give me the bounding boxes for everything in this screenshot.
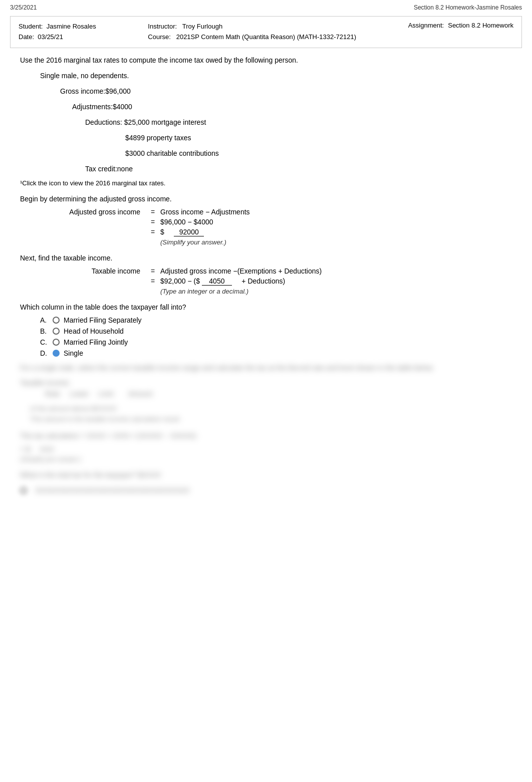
- gross-income-label: Gross income:: [60, 87, 105, 95]
- course-info: Instructor: Troy Furlough Course: 2021SP…: [148, 22, 356, 43]
- option-b[interactable]: B. Head of Household: [40, 327, 522, 335]
- tax-credit-label: Tax credit:: [85, 165, 117, 173]
- ti-eq1-equals: =: [145, 267, 160, 275]
- deduction3: $3000 charitable contributions: [125, 149, 219, 157]
- deduction2-line: $4899 property taxes: [125, 133, 522, 143]
- course-label: Course:: [148, 33, 171, 41]
- ti-eq2-equals: =: [145, 277, 160, 285]
- student-name: Jasmine Rosales: [47, 23, 96, 30]
- eq3-content: $ 92000: [160, 228, 204, 236]
- adjustments-label: Adjustments:: [72, 103, 113, 111]
- option-c[interactable]: C. Married Filing Jointly: [40, 338, 522, 346]
- agi-answer-input[interactable]: 92000: [174, 228, 204, 236]
- radio-d[interactable]: [53, 350, 60, 357]
- radio-b[interactable]: [53, 328, 60, 335]
- radio-c[interactable]: [53, 339, 60, 346]
- option-c-text: Married Filing Jointly: [64, 338, 128, 346]
- ti-eq2-content: $92,000 − ($ 4050 + Deductions): [160, 277, 285, 286]
- eq3-dollar: $: [160, 228, 164, 236]
- info-box: Student: Jasmine Rosales Date: 03/25/21 …: [10, 16, 522, 48]
- radio-a[interactable]: [53, 317, 60, 324]
- option-d[interactable]: D. Single: [40, 349, 522, 357]
- footnote: ¹Click the icon to view the 2016 margina…: [20, 179, 522, 187]
- eq1-content: Gross income − Adjustments: [160, 208, 250, 216]
- eq1-row: Adjusted gross income = Gross income − A…: [50, 208, 522, 216]
- step1-equations: Adjusted gross income = Gross income − A…: [50, 208, 522, 246]
- eq2-row: = $96,000 − $4000: [50, 218, 522, 226]
- adjustments-value: $4000: [113, 103, 132, 111]
- eq2-equals: =: [145, 218, 160, 226]
- blurred-section-1: For a single male, select the correct ta…: [20, 362, 522, 465]
- step2-title: Next, find the taxable income.: [20, 254, 522, 262]
- deduction1: $25,000 mortgage interest: [124, 118, 206, 126]
- option-d-letter: D.: [40, 349, 53, 357]
- agi-label: Adjusted gross income: [50, 208, 140, 216]
- student-label: Student:: [19, 23, 43, 30]
- deductions-line: Deductions: $25,000 mortgage interest: [85, 117, 522, 128]
- step3-question: Which column in the table does the taxpa…: [20, 303, 522, 311]
- option-a[interactable]: A. Married Filing Separately: [40, 316, 522, 324]
- main-content: Use the 2016 marginal tax rates to compu…: [0, 51, 532, 511]
- ti-eq2-row: = $92,000 − ($ 4050 + Deductions): [50, 277, 522, 286]
- option-b-letter: B.: [40, 327, 53, 335]
- option-a-letter: A.: [40, 316, 53, 324]
- tax-credit-line: Tax credit:none: [85, 164, 522, 174]
- assignment-info: Assignment: Section 8.2 Homework: [408, 22, 513, 29]
- assignment-name: Section 8.2 Homework: [448, 22, 513, 29]
- assignment-label: Assignment:: [408, 22, 444, 29]
- option-c-letter: C.: [40, 338, 53, 346]
- deduction3-line: $3000 charitable contributions: [125, 148, 522, 159]
- ti-label: Taxable income: [50, 267, 140, 275]
- student-info: Student: Jasmine Rosales Date: 03/25/21: [19, 22, 96, 43]
- header-date: 3/25/2021: [10, 4, 37, 11]
- step2-equations: Taxable income = Adjusted gross income −…: [50, 267, 522, 295]
- date-label: Date:: [19, 33, 34, 41]
- ti-eq2-suffix: + Deductions): [234, 277, 285, 285]
- instructor-name: Troy Furlough: [182, 23, 222, 30]
- adjustments-line: Adjustments:$4000: [72, 102, 522, 112]
- deductions-label: Deductions:: [85, 118, 122, 126]
- deduction2: $4899 property taxes: [125, 134, 191, 142]
- header-title: Section 8.2 Homework-Jasmine Rosales: [414, 4, 522, 11]
- exemptions-input[interactable]: 4050: [202, 277, 232, 286]
- eq1-equals: =: [145, 208, 160, 216]
- ti-eq1-content: Adjusted gross income −(Exemptions + Ded…: [160, 267, 322, 275]
- ti-eq2-prefix: $92,000 − ($: [160, 277, 200, 285]
- course-name: 2021SP Contem Math (Quantita Reason) (MA…: [176, 33, 356, 41]
- problem-intro: Use the 2016 marginal tax rates to compu…: [20, 55, 522, 66]
- page-header: 3/25/2021 Section 8.2 Homework-Jasmine R…: [0, 0, 532, 13]
- simplify-note: (Simplify your answer.): [160, 238, 522, 246]
- eq3-row: = $ 92000: [50, 228, 522, 236]
- ti-simplify-note: (Type an integer or a decimal.): [160, 288, 522, 295]
- gross-income-line: Gross income:$96,000: [60, 86, 522, 97]
- step1-title: Begin by determining the adjusted gross …: [20, 195, 522, 203]
- date-value: 03/25/21: [38, 33, 63, 41]
- blurred-section-2: What is the total tax for the taxpayer? …: [20, 469, 522, 496]
- person-type: Single male, no dependents.: [40, 71, 522, 81]
- column-options: A. Married Filing Separately B. Head of …: [40, 316, 522, 357]
- eq2-content: $96,000 − $4000: [160, 218, 213, 226]
- ti-eq1-row: Taxable income = Adjusted gross income −…: [50, 267, 522, 275]
- option-a-text: Married Filing Separately: [64, 316, 142, 324]
- gross-income-value: $96,000: [105, 87, 131, 95]
- option-d-text: Single: [64, 349, 83, 357]
- tax-credit-value: none: [117, 165, 133, 173]
- instructor-label: Instructor:: [148, 23, 177, 30]
- option-b-text: Head of Household: [64, 327, 124, 335]
- eq3-equals: =: [145, 228, 160, 236]
